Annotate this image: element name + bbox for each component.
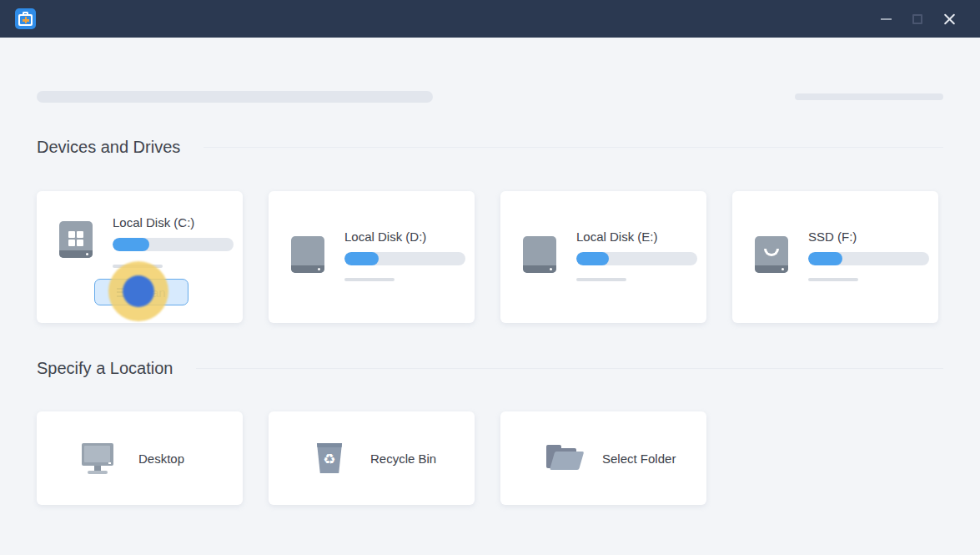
usage-bar-fill	[113, 238, 149, 251]
drive-card-d[interactable]: Local Disk (D:)	[269, 191, 475, 323]
capacity-placeholder-line	[344, 278, 395, 281]
minimize-icon	[881, 18, 892, 20]
capacity-placeholder-line	[808, 278, 858, 281]
close-button[interactable]	[933, 0, 965, 38]
recycle-symbol: ♻	[323, 452, 335, 467]
locations-row: Desktop ♻ Recycle Bin Select Folder	[37, 411, 943, 505]
location-section-header: Specify a Location	[37, 357, 943, 380]
usage-bar	[576, 252, 697, 265]
section-title: Devices and Drives	[37, 136, 180, 159]
drives-row: Local Disk (C:) Scan Local Disk (D:)	[37, 191, 943, 323]
section-divider	[196, 368, 943, 369]
usage-bar	[808, 252, 929, 265]
header-row	[37, 91, 943, 103]
scan-button-label: Scan	[137, 285, 165, 300]
drive-icon	[291, 236, 324, 273]
section-divider	[204, 147, 943, 148]
data-recovery-app-icon	[15, 8, 36, 29]
location-card-recycle-bin[interactable]: ♻ Recycle Bin	[269, 411, 475, 505]
main-content: Devices and Drives Local Disk (C:)	[0, 38, 980, 505]
maximize-button[interactable]	[902, 0, 933, 38]
windows-drive-icon	[59, 221, 93, 258]
drive-label: Local Disk (D:)	[344, 230, 465, 245]
location-card-select-folder[interactable]: Select Folder	[500, 411, 706, 505]
window-controls	[870, 0, 965, 38]
close-icon	[942, 12, 957, 26]
desktop-monitor-icon	[80, 441, 117, 476]
scan-button[interactable]: Scan	[94, 279, 188, 305]
location-label: Desktop	[138, 452, 184, 466]
drive-card-e[interactable]: Local Disk (E:)	[500, 191, 706, 323]
section-title: Specify a Location	[37, 357, 173, 380]
usage-bar-fill	[576, 252, 609, 265]
capacity-placeholder-line	[113, 265, 163, 268]
drive-card-f[interactable]: SSD (F:)	[732, 191, 938, 323]
open-folder-icon	[544, 441, 580, 476]
usage-bar	[113, 238, 234, 251]
location-label: Select Folder	[602, 452, 676, 466]
titlebar	[0, 0, 980, 38]
ssd-handle-mark	[764, 249, 779, 256]
drive-card-c[interactable]: Local Disk (C:) Scan	[37, 191, 243, 323]
drive-label: Local Disk (E:)	[576, 230, 696, 245]
scan-magnifier-icon	[117, 287, 131, 298]
usage-bar-fill	[808, 252, 842, 265]
recycle-bin-icon: ♻	[312, 441, 349, 476]
ssd-drive-icon	[755, 236, 788, 273]
maximize-icon	[912, 14, 922, 24]
drive-label: SSD (F:)	[808, 230, 928, 245]
usage-bar-fill	[344, 252, 379, 265]
windows-logo-icon	[68, 231, 83, 246]
capacity-placeholder-line	[576, 278, 626, 281]
devices-section-header: Devices and Drives	[37, 136, 943, 159]
title-skeleton-bar	[37, 91, 433, 103]
minimize-button[interactable]	[870, 0, 902, 38]
location-card-desktop[interactable]: Desktop	[37, 411, 243, 505]
location-label: Recycle Bin	[370, 452, 436, 466]
drive-label: Local Disk (C:)	[113, 215, 233, 230]
usage-bar	[344, 252, 465, 265]
right-skeleton-bar	[795, 93, 943, 100]
drive-icon	[523, 236, 556, 273]
